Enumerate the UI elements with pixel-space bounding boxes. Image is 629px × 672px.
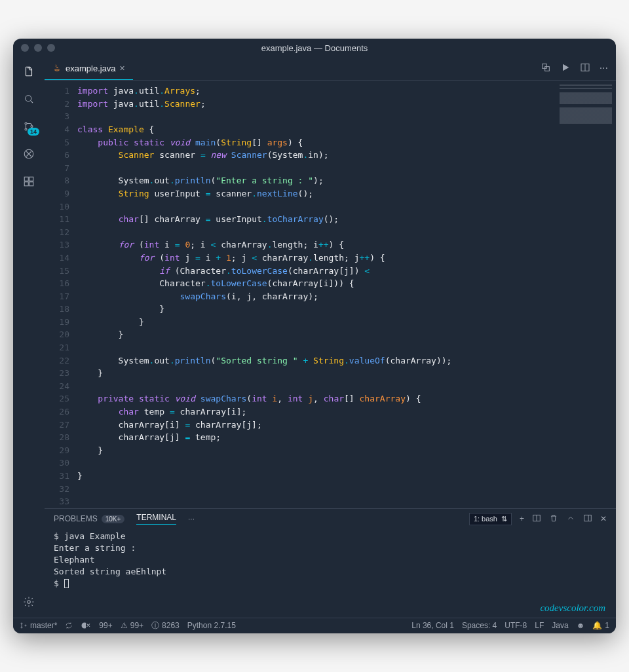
code-content[interactable]: import java.util.Arrays;import java.util…	[77, 81, 616, 508]
info-count[interactable]: ⓘ 8263	[151, 620, 180, 631]
code-editor[interactable]: 1234567891011121314151617181920212223242…	[45, 81, 616, 508]
tab-bar: example.java × ···	[45, 57, 616, 81]
editor-area: example.java × ··· 123456789101112131415…	[45, 57, 616, 618]
svg-point-16	[21, 623, 22, 624]
svg-point-1	[25, 122, 27, 124]
search-icon[interactable]	[21, 91, 37, 107]
svg-rect-7	[24, 182, 28, 186]
encoding[interactable]: UTF-8	[505, 621, 527, 630]
terminal-output[interactable]: $ java Example Enter a string : Elephant…	[45, 528, 616, 603]
indentation[interactable]: Spaces: 4	[462, 621, 497, 630]
svg-point-18	[25, 625, 26, 626]
java-file-icon	[52, 64, 62, 73]
notifications-icon[interactable]: 🔔 1	[592, 621, 609, 630]
window-title: example.java — Documents	[261, 43, 368, 53]
errors-count[interactable]: ✕99+	[81, 621, 112, 630]
run-icon[interactable]	[560, 62, 571, 75]
scm-badge: 14	[28, 128, 39, 136]
feedback-icon[interactable]: ☻	[577, 621, 585, 630]
more-actions-icon[interactable]: ···	[600, 62, 608, 75]
watermark: codevscolor.com	[45, 603, 616, 618]
main-area: 14 example.java × ··· 123456	[13, 57, 616, 618]
chevron-updown-icon: ⇅	[501, 515, 507, 523]
svg-rect-12	[544, 66, 549, 71]
split-editor-icon[interactable]	[580, 62, 590, 75]
window-controls	[21, 44, 55, 52]
titlebar: example.java — Documents	[13, 39, 616, 57]
close-panel-icon[interactable]: ✕	[600, 514, 607, 523]
maximize-panel-icon[interactable]	[566, 513, 575, 525]
compare-changes-icon[interactable]	[541, 62, 551, 75]
eol[interactable]: LF	[535, 621, 544, 630]
svg-rect-6	[29, 177, 33, 181]
problems-label: PROBLEMS	[54, 514, 98, 523]
terminal-label: TERMINAL	[136, 513, 176, 522]
maximize-window-icon[interactable]	[47, 44, 55, 52]
python-version[interactable]: Python 2.7.15	[187, 621, 236, 630]
panel-tabs: PROBLEMS 10K+ TERMINAL ··· 1: bash⇅ +	[45, 509, 616, 528]
svg-point-17	[21, 627, 22, 628]
activity-bar: 14	[13, 57, 45, 618]
extensions-icon[interactable]	[21, 174, 37, 189]
cursor-position[interactable]: Ln 36, Col 1	[411, 621, 454, 630]
status-bar: master* ✕99+ ⚠ 99+ ⓘ 8263 Python 2.7.15 …	[13, 618, 616, 633]
git-branch[interactable]: master*	[20, 621, 57, 630]
kill-terminal-icon[interactable]	[549, 513, 558, 525]
problems-badge: 10K+	[102, 515, 125, 523]
minimize-window-icon[interactable]	[34, 44, 42, 52]
tab-example-java[interactable]: example.java ×	[45, 57, 133, 80]
warnings-count[interactable]: ⚠ 99+	[121, 621, 143, 630]
svg-point-9	[28, 601, 31, 604]
terminal-selector[interactable]: 1: bash⇅	[469, 513, 512, 525]
explorer-icon[interactable]	[21, 64, 37, 79]
bottom-panel: PROBLEMS 10K+ TERMINAL ··· 1: bash⇅ +	[45, 508, 616, 618]
problems-tab[interactable]: PROBLEMS 10K+	[54, 514, 124, 523]
svg-point-0	[26, 96, 31, 102]
split-terminal-icon[interactable]	[532, 513, 541, 525]
line-gutter: 1234567891011121314151617181920212223242…	[45, 81, 77, 508]
panel-more-icon[interactable]: ···	[188, 514, 195, 523]
tab-filename: example.java	[66, 64, 116, 73]
language-mode[interactable]: Java	[552, 621, 568, 630]
close-icon[interactable]: ×	[120, 63, 125, 73]
settings-gear-icon[interactable]	[21, 594, 37, 610]
close-window-icon[interactable]	[21, 44, 29, 52]
debug-icon[interactable]	[21, 146, 37, 162]
editor-actions: ···	[541, 62, 616, 75]
svg-rect-11	[542, 64, 546, 68]
svg-rect-15	[584, 515, 592, 521]
vscode-window: example.java — Documents 14 example.java…	[13, 39, 616, 633]
source-control-icon[interactable]: 14	[21, 119, 37, 134]
minimap[interactable]	[560, 84, 612, 163]
toggle-panel-icon[interactable]	[583, 513, 592, 525]
new-terminal-icon[interactable]: +	[520, 514, 524, 523]
sync-icon[interactable]	[65, 622, 73, 629]
terminal-tab[interactable]: TERMINAL	[136, 513, 176, 525]
svg-rect-8	[29, 182, 33, 186]
svg-rect-5	[24, 177, 28, 181]
svg-point-10	[55, 69, 60, 71]
svg-point-2	[25, 128, 27, 130]
